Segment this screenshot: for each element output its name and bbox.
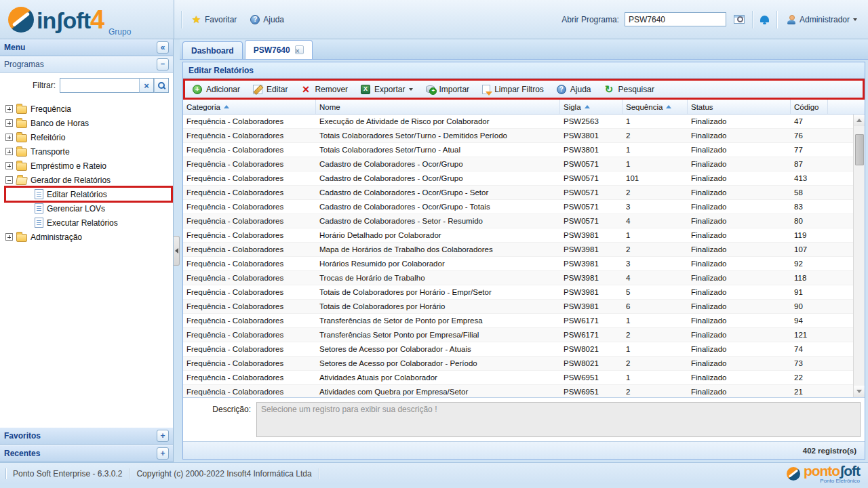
cell-sequencia: 3	[623, 200, 688, 214]
table-row[interactable]: Frequência - Colaboradores Cadastro de C…	[183, 157, 853, 171]
scrollbar-thumb[interactable]	[855, 134, 864, 165]
tree-item[interactable]: Gerenciar LOVs	[5, 201, 172, 216]
description-textarea[interactable]	[256, 402, 861, 437]
programs-header[interactable]: Programas	[0, 56, 173, 73]
expand-recents-button[interactable]	[157, 447, 169, 460]
tab-psw7640[interactable]: PSW7640	[245, 40, 313, 59]
toolbar-button[interactable]: Pesquisar	[599, 83, 660, 96]
tree-item[interactable]: Transporte	[5, 144, 172, 159]
vertical-scrollbar[interactable]	[853, 115, 865, 397]
table-row[interactable]: Frequência - Colaboradores Setores de Ac…	[183, 342, 853, 357]
tree-item[interactable]: Editar Relatórios	[5, 187, 172, 201]
filter-clear-button[interactable]	[139, 78, 154, 93]
cell-codigo: 47	[791, 115, 852, 128]
cell-sigla: PSW3981	[560, 300, 623, 313]
toolbar-button[interactable]: Exportar	[355, 83, 418, 96]
cell-codigo: 73	[791, 357, 852, 370]
tab-close-icon[interactable]	[295, 45, 304, 54]
tree-expander-icon[interactable]	[5, 148, 13, 155]
cell-nome: Mapa de Horários de Trabalho dos Colabor…	[316, 243, 560, 256]
table-row[interactable]: Frequência - Colaboradores Cadastro de C…	[183, 186, 853, 200]
tree-item[interactable]: Empréstimo e Rateio	[5, 159, 172, 173]
help-button[interactable]: Ajuda	[246, 12, 288, 27]
cell-sigla: PSW0571	[560, 200, 623, 214]
tree-expander-icon[interactable]	[5, 105, 13, 113]
cell-sigla: PSW6171	[560, 314, 623, 327]
tree-expander-icon[interactable]	[5, 134, 13, 141]
table-row[interactable]: Frequência - Colaboradores Atividades co…	[183, 385, 853, 397]
scroll-down-button[interactable]	[854, 386, 865, 397]
table-row[interactable]: Frequência - Colaboradores Totais Colabo…	[183, 129, 853, 143]
cell-sequencia: 1	[623, 157, 688, 171]
table-row[interactable]: Frequência - Colaboradores Cadastro de C…	[183, 214, 853, 228]
table-row[interactable]: Frequência - Colaboradores Cadastro de C…	[183, 200, 853, 214]
cell-status: Finalizado	[688, 328, 791, 342]
sidebar: Menu Programas Filtrar: Frequência	[0, 39, 174, 462]
tree-node-icon	[16, 120, 27, 128]
toolbar-button[interactable]: Remover	[295, 83, 353, 96]
table-row[interactable]: Frequência - Colaboradores Transferência…	[183, 314, 853, 328]
filter-input[interactable]	[60, 78, 139, 93]
collapse-sidebar-button[interactable]	[157, 41, 169, 54]
table-row[interactable]: Frequência - Colaboradores Setores de Ac…	[183, 357, 853, 371]
table-row[interactable]: Frequência - Colaboradores Trocas de Hor…	[183, 271, 853, 285]
cell-codigo: 22	[791, 371, 852, 384]
tree-item[interactable]: Frequência	[5, 102, 172, 116]
app-window: inʃoft4 Grupo Favoritar Ajuda Abrir Prog…	[0, 0, 868, 488]
expand-favorites-button[interactable]	[157, 430, 169, 442]
table-row[interactable]: Frequência - Colaboradores Totais de Col…	[183, 300, 853, 314]
table-row[interactable]: Frequência - Colaboradores Totais Colabo…	[183, 143, 853, 157]
open-program-input[interactable]	[625, 12, 726, 26]
notifications-button[interactable]	[758, 13, 771, 26]
tree-expander-icon[interactable]	[5, 162, 13, 169]
table-row[interactable]: Frequência - Colaboradores Cadastro de C…	[183, 171, 853, 186]
table-row[interactable]: Frequência - Colaboradores Execução de A…	[183, 115, 853, 129]
table-row[interactable]: Frequência - Colaboradores Mapa de Horár…	[183, 243, 853, 257]
filter-search-button[interactable]	[154, 78, 169, 93]
toolbar-button[interactable]: Limpar Filtros	[477, 83, 549, 96]
column-header-codigo[interactable]: Código	[791, 100, 828, 114]
table-row[interactable]: Frequência - Colaboradores Atividades At…	[183, 371, 853, 385]
cell-sigla: PSW3801	[560, 129, 623, 142]
sidebar-splitter[interactable]	[174, 39, 180, 462]
tree-expander-icon[interactable]	[5, 119, 13, 127]
cell-status: Finalizado	[688, 342, 791, 356]
table-row[interactable]: Frequência - Colaboradores Transferência…	[183, 328, 853, 342]
brand-logo: inʃoft4 Grupo	[0, 0, 174, 39]
cell-status: Finalizado	[688, 257, 791, 270]
tree-item[interactable]: Gerador de Relatórios	[5, 173, 172, 187]
tree-item[interactable]: Banco de Horas	[5, 116, 172, 130]
cell-categoria: Frequência - Colaboradores	[183, 271, 316, 285]
tree-expander-icon[interactable]	[5, 176, 13, 184]
scroll-up-button[interactable]	[854, 115, 865, 126]
column-header-sequencia[interactable]: Sequência	[623, 100, 688, 114]
toolbar-button[interactable]: Ajuda	[551, 83, 597, 96]
table-row[interactable]: Frequência - Colaboradores Horário Detal…	[183, 228, 853, 243]
browse-program-button[interactable]	[732, 13, 747, 26]
collapse-programs-button[interactable]	[157, 58, 169, 70]
recents-section-header[interactable]: Recentes	[0, 445, 173, 462]
user-menu-button[interactable]: Administrador	[783, 12, 861, 27]
splitter-collapse-handle[interactable]	[174, 236, 180, 266]
column-header-sigla[interactable]: Sigla	[560, 100, 623, 114]
column-header-categoria[interactable]: Categoria	[183, 100, 316, 114]
tree-item[interactable]: Executar Relatórios	[5, 216, 172, 230]
tree-item[interactable]: Refeitório	[5, 130, 172, 144]
favorite-button[interactable]: Favoritar	[187, 12, 241, 27]
toolbar-button[interactable]: Adicionar	[187, 83, 245, 96]
cell-codigo: 83	[791, 200, 852, 214]
tree-item[interactable]: Administração	[5, 230, 172, 244]
favorites-section-header[interactable]: Favoritos	[0, 427, 173, 445]
tab-dashboard[interactable]: Dashboard	[182, 41, 243, 59]
tree-node-icon	[16, 234, 27, 242]
toolbar-button-icon	[253, 85, 262, 94]
toolbar-button-label: Importar	[439, 85, 469, 94]
column-header-nome[interactable]: Nome	[316, 100, 560, 114]
collapse-icon	[158, 43, 168, 53]
table-row[interactable]: Frequência - Colaboradores Totais de Col…	[183, 285, 853, 300]
toolbar-button[interactable]: Importar	[420, 83, 475, 96]
toolbar-button[interactable]: Editar	[248, 83, 293, 96]
column-header-status[interactable]: Status	[688, 100, 791, 114]
tree-expander-icon[interactable]	[5, 233, 13, 241]
table-row[interactable]: Frequência - Colaboradores Horários Resu…	[183, 257, 853, 271]
